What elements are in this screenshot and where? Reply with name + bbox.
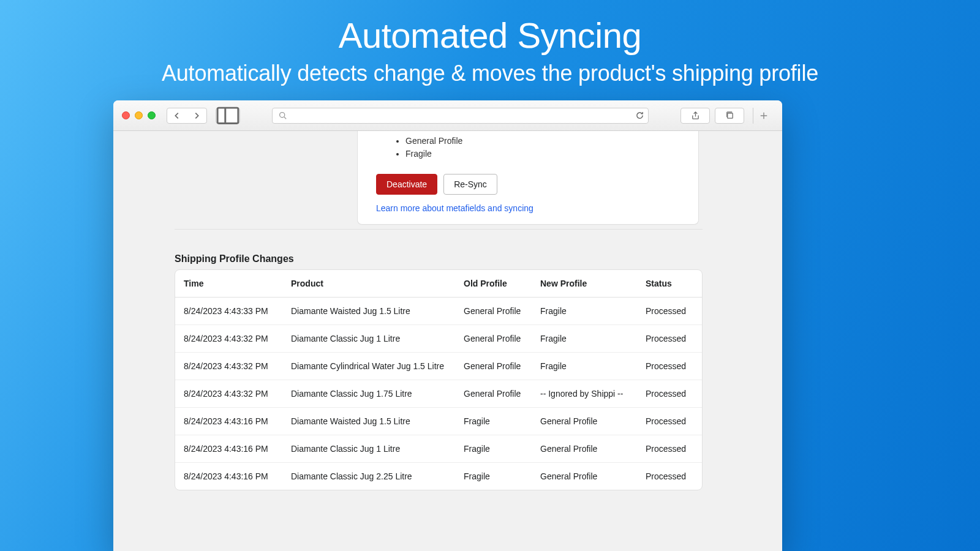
col-header-status: Status (646, 279, 693, 288)
deactivate-button[interactable]: Deactivate (376, 174, 437, 195)
new-tab-button[interactable] (753, 108, 774, 124)
cell-product: Diamante Waisted Jug 1.5 Litre (291, 306, 464, 316)
search-icon (279, 111, 287, 119)
cell-status: Processed (646, 334, 693, 343)
table-row: 8/24/2023 4:43:32 PMDiamante Classic Jug… (175, 380, 702, 407)
maximize-window-button[interactable] (148, 111, 156, 119)
close-window-button[interactable] (122, 111, 130, 119)
svg-point-2 (280, 113, 285, 118)
share-icon (691, 111, 700, 120)
cell-old: General Profile (464, 389, 540, 399)
cell-old: Fragile (464, 416, 540, 426)
back-button[interactable] (167, 108, 187, 123)
hero-title: Automated Syncing (0, 0, 980, 56)
cell-old: General Profile (464, 361, 540, 371)
cell-old: Fragile (464, 471, 540, 481)
col-header-new-profile: New Profile (540, 279, 646, 288)
svg-line-3 (284, 117, 286, 119)
col-header-product: Product (291, 279, 464, 288)
nav-arrows (167, 108, 207, 124)
tabs-button[interactable] (715, 108, 744, 124)
plus-icon (760, 111, 768, 120)
cell-new: Fragile (540, 361, 646, 371)
list-item: Fragile (405, 148, 684, 160)
cell-status: Processed (646, 306, 693, 316)
cell-product: Diamante Classic Jug 1 Litre (291, 334, 464, 343)
page-content: General Profile Fragile Deactivate Re-Sy… (113, 131, 782, 551)
cell-time: 8/24/2023 4:43:33 PM (184, 306, 291, 316)
table-row: 8/24/2023 4:43:16 PMDiamante Waisted Jug… (175, 407, 702, 435)
sync-settings-card: General Profile Fragile Deactivate Re-Sy… (357, 131, 699, 225)
share-button[interactable] (680, 108, 710, 124)
table-body: 8/24/2023 4:43:33 PMDiamante Waisted Jug… (175, 298, 702, 490)
svg-rect-0 (217, 108, 238, 123)
cell-status: Processed (646, 361, 693, 371)
divider (175, 229, 703, 230)
cell-old: Fragile (464, 444, 540, 454)
profile-list: General Profile Fragile (405, 135, 684, 160)
cell-status: Processed (646, 416, 693, 426)
cell-product: Diamante Waisted Jug 1.5 Litre (291, 416, 464, 426)
cell-time: 8/24/2023 4:43:32 PM (184, 334, 291, 343)
list-item: General Profile (405, 135, 684, 148)
cell-product: Diamante Cylindrical Water Jug 1.5 Litre (291, 361, 464, 371)
reload-button[interactable] (635, 108, 644, 123)
svg-rect-4 (727, 113, 732, 118)
cell-time: 8/24/2023 4:43:32 PM (184, 361, 291, 371)
table-row: 8/24/2023 4:43:32 PMDiamante Cylindrical… (175, 352, 702, 380)
cell-time: 8/24/2023 4:43:32 PM (184, 389, 291, 399)
forward-button[interactable] (187, 108, 206, 123)
cell-time: 8/24/2023 4:43:16 PM (184, 471, 291, 481)
cell-status: Processed (646, 471, 693, 481)
table-row: 8/24/2023 4:43:16 PMDiamante Classic Jug… (175, 435, 702, 462)
resync-button[interactable]: Re-Sync (443, 174, 497, 195)
table-row: 8/24/2023 4:43:33 PMDiamante Waisted Jug… (175, 298, 702, 324)
sidebar-toggle-button[interactable] (216, 108, 240, 124)
traffic-lights (122, 111, 156, 119)
cell-new: General Profile (540, 416, 646, 426)
cell-product: Diamante Classic Jug 1 Litre (291, 444, 464, 454)
cell-status: Processed (646, 444, 693, 454)
cell-status: Processed (646, 389, 693, 399)
col-header-old-profile: Old Profile (464, 279, 540, 288)
cell-new: General Profile (540, 471, 646, 481)
col-header-time: Time (184, 279, 291, 288)
cell-old: General Profile (464, 334, 540, 343)
cell-old: General Profile (464, 306, 540, 316)
cell-product: Diamante Classic Jug 2.25 Litre (291, 471, 464, 481)
cell-product: Diamante Classic Jug 1.75 Litre (291, 389, 464, 399)
cell-new: Fragile (540, 306, 646, 316)
cell-time: 8/24/2023 4:43:16 PM (184, 444, 291, 454)
table-row: 8/24/2023 4:43:16 PMDiamante Classic Jug… (175, 462, 702, 490)
browser-window: General Profile Fragile Deactivate Re-Sy… (113, 100, 782, 551)
minimize-window-button[interactable] (135, 111, 143, 119)
tabs-icon (725, 111, 734, 120)
url-bar[interactable] (272, 108, 649, 124)
table-header-row: Time Product Old Profile New Profile Sta… (175, 270, 702, 298)
cell-new: -- Ignored by Shippi -- (540, 389, 646, 399)
learn-more-link[interactable]: Learn more about metafields and syncing (376, 203, 684, 213)
changes-table: Time Product Old Profile New Profile Sta… (175, 269, 703, 490)
browser-chrome (113, 100, 782, 131)
cell-time: 8/24/2023 4:43:16 PM (184, 416, 291, 426)
hero-subtitle: Automatically detects change & moves the… (0, 61, 980, 86)
table-row: 8/24/2023 4:43:32 PMDiamante Classic Jug… (175, 324, 702, 352)
reload-icon (635, 111, 644, 120)
section-title: Shipping Profile Changes (175, 253, 294, 264)
cell-new: General Profile (540, 444, 646, 454)
cell-new: Fragile (540, 334, 646, 343)
